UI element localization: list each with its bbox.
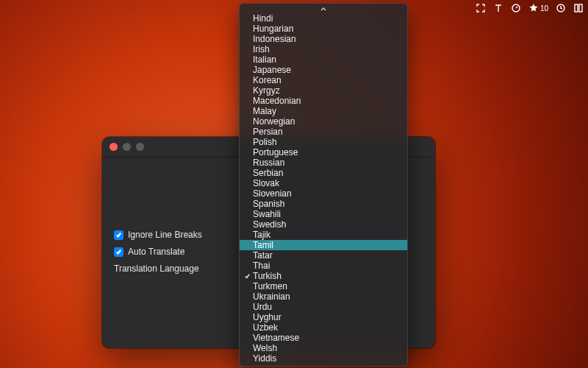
- language-option[interactable]: Turkmen: [240, 281, 407, 291]
- chevron-up-icon: [320, 7, 326, 11]
- dropdown-items: HindiHungarianIndonesianIrishItalianJapa…: [240, 13, 407, 364]
- language-option[interactable]: Swedish: [240, 219, 407, 230]
- language-option-label: Polish: [253, 137, 277, 147]
- language-option[interactable]: Slovenian: [240, 188, 407, 199]
- language-option-label: Thai: [253, 261, 270, 271]
- dropdown-scroll-up[interactable]: [240, 6, 407, 13]
- language-option-label: Yiddis: [253, 353, 276, 364]
- language-option-label: Ukrainian: [253, 291, 290, 302]
- language-option[interactable]: Macedonian: [240, 96, 407, 106]
- language-option[interactable]: Malay: [240, 106, 407, 116]
- language-option[interactable]: Serbian: [240, 168, 407, 178]
- window-minimize-button[interactable]: [123, 143, 131, 151]
- language-option[interactable]: Korean: [240, 75, 407, 85]
- star-rating[interactable]: 10: [528, 3, 548, 13]
- star-count: 10: [540, 4, 548, 13]
- language-option-label: Serbian: [253, 168, 283, 178]
- language-option[interactable]: Welsh: [240, 343, 407, 353]
- language-option[interactable]: Ukrainian: [240, 291, 407, 302]
- language-option[interactable]: Slovak: [240, 178, 407, 188]
- svg-rect-3: [579, 4, 582, 12]
- language-option-label: Vietnamese: [253, 333, 299, 343]
- window-close-button[interactable]: [110, 143, 118, 151]
- translation-language-label: Translation Language: [114, 263, 199, 274]
- language-option[interactable]: Vietnamese: [240, 333, 407, 343]
- language-option-label: Kyrgyz: [253, 85, 280, 96]
- language-option-label: Russian: [253, 158, 284, 168]
- language-option[interactable]: Tajik: [240, 230, 407, 240]
- language-option[interactable]: Spanish: [240, 199, 407, 209]
- language-option[interactable]: Turkish: [240, 271, 407, 281]
- language-option[interactable]: Uyghur: [240, 312, 407, 322]
- language-option[interactable]: Persian: [240, 127, 407, 137]
- star-icon: [528, 3, 539, 13]
- language-option-label: Uyghur: [253, 312, 282, 322]
- language-option-label: Slovak: [253, 178, 279, 188]
- language-option[interactable]: Indonesian: [240, 34, 407, 44]
- language-option-label: Macedonian: [253, 96, 301, 106]
- language-option[interactable]: Swahili: [240, 209, 407, 219]
- language-option[interactable]: Hungarian: [240, 24, 407, 34]
- language-option-label: Malay: [253, 106, 276, 116]
- gauge-icon[interactable]: [511, 3, 521, 13]
- language-option[interactable]: Irish: [240, 44, 407, 54]
- language-option[interactable]: Yiddis: [240, 353, 407, 364]
- language-option[interactable]: Portuguese: [240, 147, 407, 158]
- language-option-label: Hindi: [253, 13, 273, 24]
- language-option[interactable]: Norwegian: [240, 116, 407, 127]
- window-zoom-button[interactable]: [136, 143, 144, 151]
- language-option-label: Hungarian: [253, 24, 293, 34]
- ignore-line-breaks-checkbox[interactable]: [114, 230, 123, 240]
- language-option[interactable]: Kyrgyz: [240, 85, 407, 96]
- language-option-label: Persian: [253, 127, 283, 137]
- language-option-label: Portuguese: [253, 147, 298, 158]
- language-option[interactable]: Polish: [240, 137, 407, 147]
- check-icon: [243, 271, 251, 281]
- language-option[interactable]: Thai: [240, 261, 407, 271]
- language-option[interactable]: Uzbek: [240, 322, 407, 333]
- auto-translate-checkbox[interactable]: [114, 247, 123, 257]
- language-option-label: Japanese: [253, 65, 291, 75]
- clock-icon[interactable]: [556, 3, 566, 13]
- ignore-line-breaks-label: Ignore Line Breaks: [128, 230, 202, 240]
- language-option-label: Slovenian: [253, 188, 292, 199]
- language-option[interactable]: Russian: [240, 158, 407, 168]
- language-option-label: Norwegian: [253, 116, 295, 127]
- language-option[interactable]: Urdu: [240, 302, 407, 312]
- language-option-label: Turkmen: [253, 281, 287, 291]
- language-option-label: Indonesian: [253, 34, 296, 44]
- language-option-label: Swedish: [253, 219, 286, 230]
- language-option-label: Tamil: [253, 240, 273, 250]
- language-option-label: Tatar: [253, 250, 273, 261]
- language-option-label: Tajik: [253, 230, 270, 240]
- fullscreen-icon[interactable]: [476, 3, 486, 13]
- language-option[interactable]: Italian: [240, 54, 407, 65]
- auto-translate-label: Auto Translate: [128, 247, 184, 257]
- language-option-label: Italian: [253, 54, 276, 65]
- language-option[interactable]: Tamil: [240, 240, 407, 250]
- language-option-label: Urdu: [253, 302, 272, 312]
- language-option-label: Welsh: [253, 343, 277, 353]
- language-option-label: Swahili: [253, 209, 281, 219]
- language-option-label: Uzbek: [253, 322, 278, 333]
- language-option[interactable]: Tatar: [240, 250, 407, 261]
- panel-icon[interactable]: [573, 3, 584, 13]
- language-dropdown[interactable]: HindiHungarianIndonesianIrishItalianJapa…: [239, 3, 408, 367]
- svg-rect-2: [575, 4, 578, 12]
- text-icon[interactable]: [493, 3, 503, 13]
- language-option-label: Turkish: [253, 271, 282, 281]
- language-option-label: Irish: [253, 44, 270, 54]
- language-option[interactable]: Hindi: [240, 13, 407, 24]
- language-option-label: Spanish: [253, 199, 284, 209]
- language-option[interactable]: Japanese: [240, 65, 407, 75]
- language-option-label: Korean: [253, 75, 282, 85]
